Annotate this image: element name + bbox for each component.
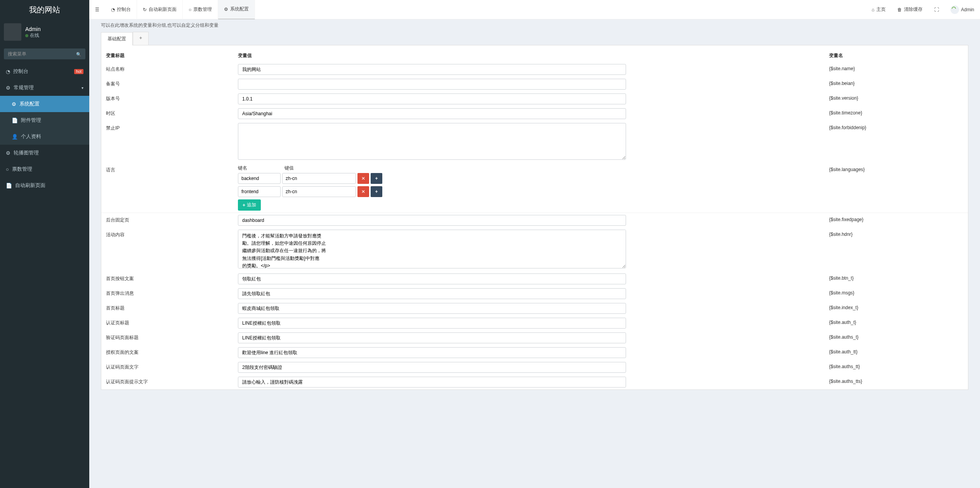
col-var: 变量名	[824, 49, 968, 62]
online-dot-icon	[25, 34, 28, 37]
input-index-t[interactable]	[238, 303, 626, 314]
user-panel: Admin 在线	[0, 19, 89, 45]
user-icon	[12, 134, 18, 140]
topbar-home[interactable]: 主页	[866, 0, 892, 19]
user-status: 在线	[25, 33, 41, 39]
kv-row	[238, 186, 820, 197]
toggle-sidebar[interactable]	[89, 0, 105, 19]
dashboard-icon	[6, 69, 10, 74]
circle-icon	[189, 7, 191, 12]
sidebar-nav: 控制台hot 常规管理 系统配置 附件管理 个人资料 轮播图管理 票数管理 自动…	[0, 63, 89, 194]
sidebar-item-sysconfig[interactable]: 系统配置	[0, 96, 89, 112]
input-auths-tts[interactable]	[238, 377, 626, 388]
col-title: 变量标题	[101, 49, 233, 62]
trash-icon	[897, 7, 902, 12]
row-auths-tts: 认证码页面提示文字 {$site.auths_tts}	[101, 375, 968, 389]
input-btn-t[interactable]	[238, 273, 626, 284]
row-auths-tt: 认证码页面文字 {$site.auths_tt}	[101, 360, 968, 375]
plus-icon	[139, 35, 142, 41]
bars-icon	[95, 7, 99, 12]
input-hdnr[interactable]	[238, 230, 626, 268]
topbar: 控制台 自动刷新页面 票数管理 系统配置 主页 清除缓存 Admin	[89, 0, 980, 19]
search-button[interactable]	[72, 48, 85, 59]
input-site-name[interactable]	[238, 64, 626, 75]
refresh-icon	[143, 7, 147, 12]
cogs-icon	[6, 85, 10, 91]
kv-key-input[interactable]	[238, 173, 281, 184]
menu-search[interactable]	[4, 48, 85, 59]
plus-icon	[243, 202, 245, 208]
input-auth-t[interactable]	[238, 318, 626, 329]
search-icon	[76, 51, 82, 57]
plus-icon	[375, 176, 378, 181]
col-value: 变量值	[233, 49, 824, 62]
home-icon	[872, 7, 874, 12]
tab-autorefresh[interactable]: 自动刷新页面	[137, 0, 183, 19]
gear-icon	[224, 7, 228, 12]
topbar-fullscreen[interactable]	[928, 0, 945, 19]
input-forbiddenip[interactable]	[238, 123, 626, 160]
row-msgs: 首页弹出消息 {$site.msgs}	[101, 286, 968, 301]
sidebar-item-ticket[interactable]: 票数管理	[0, 161, 89, 177]
input-beian[interactable]	[238, 79, 626, 90]
chevron-down-icon	[82, 86, 83, 90]
kv-remove-button[interactable]	[357, 186, 369, 197]
gear-icon	[12, 101, 16, 107]
input-auths-tt[interactable]	[238, 362, 626, 373]
input-version[interactable]	[238, 93, 626, 104]
topbar-user[interactable]: Admin	[945, 0, 980, 19]
input-timezone[interactable]	[238, 108, 626, 119]
sidebar-item-dashboard[interactable]: 控制台hot	[0, 63, 89, 80]
avatar	[4, 23, 21, 41]
row-forbiddenip: 禁止IP {$site.forbiddenip}	[101, 121, 968, 163]
row-hdnr: 活动内容 {$site.hdnr}	[101, 228, 968, 272]
kv-key-input[interactable]	[238, 186, 281, 197]
row-fixedpage: 后台固定页 {$site.fixedpage}	[101, 213, 968, 228]
append-button[interactable]: 追加	[238, 199, 261, 211]
kv-header: 键名键值	[238, 165, 820, 171]
user-name: Admin	[25, 26, 41, 33]
row-version: 版本号 {$site.version}	[101, 92, 968, 106]
row-timezone: 时区 {$site.timezone}	[101, 106, 968, 121]
circle-icon	[6, 166, 9, 172]
plus-icon	[375, 189, 378, 194]
row-languages: 语言 键名键值	[101, 163, 968, 213]
kv-add-button[interactable]	[371, 173, 382, 184]
gear-icon	[6, 150, 10, 156]
tab-basic-config[interactable]: 基础配置	[101, 32, 133, 45]
sidebar-item-carousel[interactable]: 轮播图管理	[0, 145, 89, 161]
page-description: 可以在此增改系统的变量和分组,也可以自定义分组和变量	[89, 19, 980, 32]
sidebar-item-profile[interactable]: 个人资料	[0, 128, 89, 145]
avatar-icon	[951, 5, 959, 14]
row-beian: 备案号 {$site.beian}	[101, 77, 968, 92]
row-btn-t: 首页按钮文案 {$site.btn_t}	[101, 272, 968, 286]
tab-ticket[interactable]: 票数管理	[183, 0, 218, 19]
hot-badge: hot	[74, 69, 83, 74]
kv-row	[238, 173, 820, 184]
row-auths-t: 验证码页面标题 {$site.auths_t}	[101, 331, 968, 345]
kv-add-button[interactable]	[371, 186, 382, 197]
tab-sysconfig[interactable]: 系统配置	[218, 0, 255, 19]
dashboard-icon	[111, 7, 115, 12]
kv-val-input[interactable]	[282, 186, 356, 197]
sidebar-item-general[interactable]: 常规管理	[0, 80, 89, 96]
input-auths-t[interactable]	[238, 332, 626, 343]
tab-add[interactable]	[133, 32, 149, 45]
row-auth-tt: 授权页面的文案 {$site.auth_tt}	[101, 345, 968, 360]
file-icon	[6, 183, 12, 189]
kv-remove-button[interactable]	[357, 173, 369, 184]
row-index-t: 首页标题 {$site.index_t}	[101, 301, 968, 316]
search-input[interactable]	[4, 48, 72, 59]
topbar-clear-cache[interactable]: 清除缓存	[892, 0, 928, 19]
kv-val-input[interactable]	[282, 173, 356, 184]
file-icon	[12, 118, 18, 123]
brand-title: 我的网站	[0, 0, 89, 19]
tab-dashboard[interactable]: 控制台	[105, 0, 137, 19]
input-fixedpage[interactable]	[238, 215, 626, 226]
sidebar-item-attachment[interactable]: 附件管理	[0, 112, 89, 128]
sidebar-item-autorefresh[interactable]: 自动刷新页面	[0, 177, 89, 194]
input-msgs[interactable]	[238, 288, 626, 299]
expand-icon	[934, 7, 939, 12]
row-auth-t: 认证页标题 {$site.auth_t}	[101, 316, 968, 331]
input-auth-tt[interactable]	[238, 347, 626, 358]
